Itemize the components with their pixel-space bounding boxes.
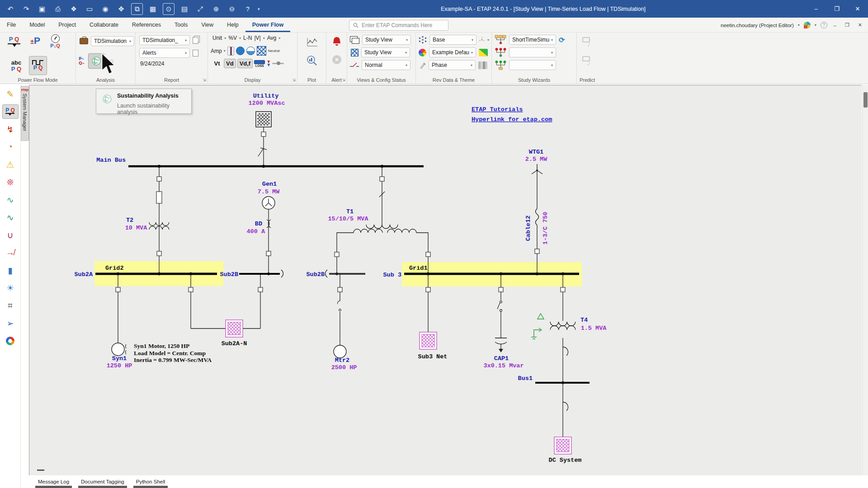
composite-combo[interactable]: Study View▾ (361, 47, 410, 57)
menu-help[interactable]: Help (220, 18, 245, 32)
menu-view[interactable]: View (194, 18, 220, 32)
pq-control-mode-button[interactable]: P Q (4, 36, 24, 47)
window-minimize-button[interactable]: – (806, 0, 826, 18)
generator-display-button[interactable] (246, 47, 255, 55)
menu-project[interactable]: Project (52, 18, 83, 32)
plot-analyzer-icon[interactable] (307, 55, 317, 66)
redo-icon[interactable]: ↷ (20, 3, 32, 15)
reliability-icon[interactable]: ↛ (2, 245, 19, 260)
datahub-dashboard-icon[interactable] (2, 333, 19, 348)
command-search-input[interactable] (362, 22, 439, 28)
load-flow-icon[interactable]: P Q (2, 104, 19, 119)
edit-pencil-icon[interactable]: ✎ (2, 87, 19, 101)
user-menu-caret-icon[interactable]: ▾ (798, 23, 800, 27)
zoom-out-icon[interactable]: ⊖ (226, 3, 238, 15)
plus-minus-p-mode-button[interactable]: ±P (26, 35, 44, 46)
menu-references[interactable]: References (125, 18, 168, 32)
theme-fan-icon[interactable] (804, 22, 811, 28)
ln-option[interactable]: L-N (243, 35, 252, 41)
wizard-combo-3[interactable]: ▾ (509, 60, 556, 70)
alert-bell-icon[interactable] (332, 36, 342, 47)
command-search-box[interactable] (349, 20, 448, 31)
undo-icon[interactable]: ↶ (5, 3, 16, 15)
vd-button[interactable]: Vd (224, 59, 236, 68)
tab-document-tagging[interactable]: Document Tagging (78, 477, 127, 488)
transient-stability-icon[interactable]: ∿ (2, 192, 19, 207)
help-pointer-icon[interactable]: ? (242, 3, 254, 15)
motor-display-button[interactable] (236, 47, 245, 55)
study-case-combo[interactable]: TDSimulation▾ (91, 36, 134, 46)
window-restore-button[interactable]: ❐ (826, 0, 847, 18)
wizard-refresh-icon[interactable]: ⟳ (559, 36, 565, 44)
revision-mini-caret-icon[interactable]: ▾ (487, 38, 489, 42)
zoom-select-icon[interactable]: ⊙ (163, 3, 175, 15)
wizard-combo-2[interactable]: ▾ (509, 47, 556, 57)
harmonics-icon[interactable]: ❊ (2, 175, 19, 189)
doc-minimize-button[interactable]: – (831, 23, 839, 28)
alert-report-icon[interactable] (193, 50, 198, 56)
phase-color-combo[interactable]: Phase▾ (429, 60, 476, 70)
zoom-fit-icon[interactable]: ⤢ (194, 3, 206, 15)
short-circuit-icon[interactable]: ↯ (2, 122, 19, 136)
fan-caret-icon[interactable]: ▾ (815, 23, 816, 27)
revision-mini-icon[interactable] (479, 37, 485, 42)
open-project-icon[interactable]: ▭ (84, 3, 95, 15)
unit-option[interactable]: Unit (212, 35, 222, 41)
zoom-in-icon[interactable]: ⊕ (210, 3, 222, 15)
gauge-pq-mode-button[interactable]: P↓Q (45, 34, 65, 48)
doc-restore-button[interactable]: ❐ (843, 22, 852, 28)
battery-sizing-icon[interactable]: ▮ (2, 263, 19, 277)
composite-display-button[interactable] (257, 46, 266, 56)
plot-chart-icon[interactable] (307, 37, 318, 47)
diagram-background[interactable] (29, 85, 862, 475)
system-manager-tab[interactable]: etap System Manager (21, 86, 29, 141)
tab-message-log[interactable]: Message Log (35, 477, 72, 488)
print-icon[interactable]: ⎙ (52, 3, 64, 15)
help-icon[interactable]: ? (821, 22, 827, 28)
menu-file[interactable]: File (0, 18, 23, 32)
percent-v-option[interactable]: %V (228, 35, 237, 41)
new-project-icon[interactable]: ❖ (68, 3, 80, 15)
doc-close-button[interactable]: ✕ (856, 22, 864, 28)
vertical-scrollbar[interactable] (862, 85, 868, 475)
h-scroll-dash[interactable] (37, 469, 44, 471)
report-format-combo[interactable]: TDSimulation_▾ (139, 35, 190, 45)
menu-model[interactable]: Model (23, 18, 52, 32)
one-line-diagram-icon[interactable]: ⧉ (131, 3, 143, 15)
pan-icon[interactable]: ✥ (115, 3, 127, 15)
report-icon[interactable]: ▤ (179, 3, 190, 15)
arc-flash-icon[interactable]: ⚠ (2, 157, 19, 172)
flow-arrows-button[interactable]: ▼▼ (266, 61, 271, 66)
motor-acceleration-icon[interactable]: ◔ (2, 140, 19, 154)
one-line-canvas[interactable] (21, 84, 868, 488)
revision-combo[interactable]: Base▾ (429, 35, 476, 45)
tab-python-shell[interactable]: Python Shell (133, 477, 168, 488)
abc-pq-mode-button[interactable]: abc P Q (6, 57, 26, 75)
alerts-combo[interactable]: Alerts▾ (139, 48, 190, 58)
optimal-power-flow-icon[interactable]: ∪ (2, 228, 19, 242)
loss-display-button[interactable]: LOSS (254, 60, 265, 67)
fuse-display-button[interactable] (227, 47, 234, 56)
grayscale-icon[interactable] (478, 61, 487, 69)
theme-rainbow-icon[interactable] (479, 49, 488, 56)
scrollbar-thumb[interactable] (863, 92, 868, 108)
theme-combo[interactable]: Example Defau▾ (429, 47, 476, 57)
time-series-mode-button[interactable]: P Q (29, 56, 47, 75)
menu-collaborate[interactable]: Collaborate (83, 18, 125, 32)
v-mag-option[interactable]: |V| (254, 35, 260, 41)
avg-option[interactable]: Avg (267, 35, 276, 41)
menu-tools[interactable]: Tools (168, 18, 194, 32)
window-close-button[interactable]: ✕ (847, 0, 868, 18)
etrax-icon[interactable]: ➢ (2, 316, 19, 330)
control-circuit-icon[interactable]: ⌗ (2, 298, 19, 313)
grid-icon[interactable]: ▦ (147, 3, 159, 15)
vt-button[interactable]: Vt (212, 59, 222, 68)
vdf-button[interactable]: Vd,f (237, 59, 253, 68)
dynamic-signal-icon[interactable]: ∿ (2, 210, 19, 225)
config-combo[interactable]: Normal▾ (362, 60, 410, 70)
wizard-combo-1[interactable]: ShortTimeSimu▾ (509, 35, 556, 45)
run-load-flow-button[interactable]: P⌁ Q⌁ (79, 56, 85, 66)
find-icon[interactable]: ◉ (99, 3, 111, 15)
presentation-combo[interactable]: Study View▾ (362, 35, 411, 45)
toolbar-overflow-caret-icon[interactable]: ▾ (258, 7, 260, 11)
